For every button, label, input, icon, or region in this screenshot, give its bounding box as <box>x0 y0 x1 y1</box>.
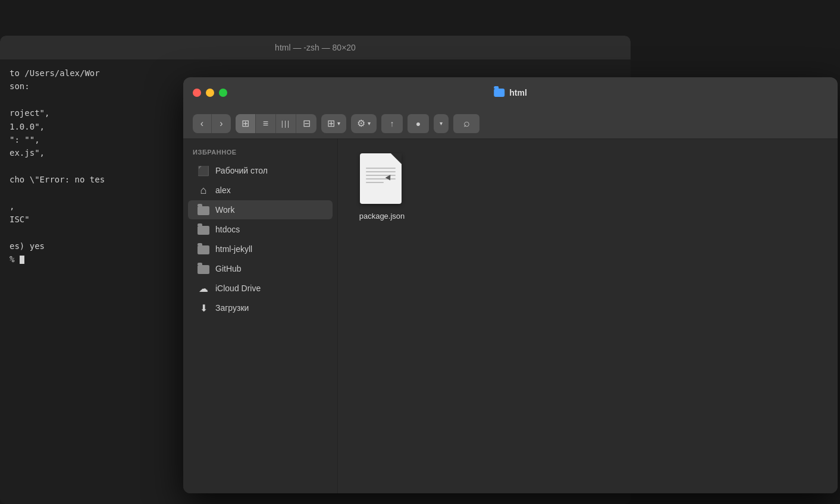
doc-line-2 <box>366 171 396 172</box>
html-jekyll-folder-icon <box>198 243 209 255</box>
sidebar-label-work: Work <box>215 205 323 215</box>
sidebar-label-html-jekyll: html-jekyll <box>215 244 323 254</box>
search-button[interactable]: ⌕ <box>453 114 479 133</box>
work-folder-icon <box>198 204 209 216</box>
finder-sidebar: Избранное ⬛ Рабочий стол ⌂ alex Work htd… <box>183 139 338 493</box>
sidebar-label-desktop: Рабочий стол <box>215 166 323 175</box>
traffic-lights <box>193 89 227 97</box>
sidebar-label-htdocs: htdocs <box>215 225 323 234</box>
finder-titlebar: html <box>183 77 838 108</box>
sidebar-item-downloads[interactable]: ⬇ Загрузки <box>188 298 333 317</box>
folder-title-icon <box>494 89 504 97</box>
gear-icon: ⚙ <box>357 118 365 129</box>
search-icon: ⌕ <box>463 117 470 130</box>
sidebar-label-github: GitHub <box>215 264 323 273</box>
maximize-button[interactable] <box>219 89 227 97</box>
gallery-view-button[interactable]: ⊟ <box>296 114 316 133</box>
finder-title: html <box>494 88 527 97</box>
chevron-left-icon: ‹ <box>200 118 203 129</box>
tag-icon: ● <box>416 119 421 128</box>
downloads-icon: ⬇ <box>198 302 209 314</box>
gear-button[interactable]: ⚙ ▾ <box>351 114 377 133</box>
finder-title-text: html <box>509 88 527 97</box>
gear-chevron-icon: ▾ <box>368 120 371 127</box>
sidebar-item-work[interactable]: Work <box>188 200 333 219</box>
sidebar-item-htdocs[interactable]: htdocs <box>188 220 333 239</box>
tag-button[interactable]: ● <box>408 114 429 133</box>
list-view-button[interactable]: ≡ <box>256 114 276 133</box>
file-icon <box>360 153 404 207</box>
sidebar-section-favorites: Избранное <box>183 149 337 160</box>
gear-group: ⚙ ▾ <box>351 114 377 133</box>
sidebar-item-icloud[interactable]: ☁ iCloud Drive <box>188 279 333 298</box>
filter-group: ▾ <box>434 114 449 133</box>
share-button[interactable]: ↑ <box>381 114 403 133</box>
terminal-titlebar: html — -zsh — 80×20 <box>0 36 631 59</box>
file-name-label: package.json <box>359 212 405 220</box>
home-icon: ⌂ <box>198 184 209 196</box>
forward-button[interactable]: › <box>212 114 231 133</box>
sidebar-item-alex[interactable]: ⌂ alex <box>188 181 333 200</box>
sort-icon: ⊞ <box>327 118 335 129</box>
finder-main: Избранное ⬛ Рабочий стол ⌂ alex Work htd… <box>183 139 838 493</box>
filter-chevron-icon: ▾ <box>440 120 443 127</box>
finder-files-area: package.json <box>338 139 838 493</box>
gallery-icon: ⊟ <box>303 118 311 129</box>
chevron-right-icon: › <box>220 118 222 129</box>
doc-line-5 <box>366 182 384 183</box>
share-icon: ↑ <box>390 119 394 128</box>
nav-buttons: ‹ › <box>193 114 231 133</box>
sidebar-item-desktop[interactable]: ⬛ Рабочий стол <box>188 161 333 180</box>
minimize-button[interactable] <box>206 89 214 97</box>
sidebar-label-alex: alex <box>215 185 323 195</box>
filter-button[interactable]: ▾ <box>434 114 449 133</box>
list-icon: ≡ <box>263 118 268 129</box>
document-icon <box>360 153 402 204</box>
column-view-button[interactable]: ||| <box>276 114 296 133</box>
sort-button[interactable]: ⊞ ▾ <box>321 114 346 133</box>
terminal-title: html — -zsh — 80×20 <box>275 43 356 52</box>
grid-icon: ⊞ <box>242 118 249 129</box>
sidebar-item-html-jekyll[interactable]: html-jekyll <box>188 240 333 259</box>
columns-icon: ||| <box>281 119 290 128</box>
icloud-icon: ☁ <box>198 282 209 294</box>
file-item-package-json[interactable]: package.json <box>352 153 412 220</box>
back-button[interactable]: ‹ <box>193 114 212 133</box>
sidebar-item-github[interactable]: GitHub <box>188 259 333 278</box>
finder-window: html ‹ › ⊞ ≡ ||| ⊟ <box>183 77 838 493</box>
sort-chevron-icon: ▾ <box>337 120 340 127</box>
close-button[interactable] <box>193 89 201 97</box>
htdocs-folder-icon <box>198 223 209 235</box>
sidebar-label-icloud: iCloud Drive <box>215 284 323 293</box>
icon-view-button[interactable]: ⊞ <box>236 114 256 133</box>
finder-toolbar: ‹ › ⊞ ≡ ||| ⊟ ⊞ ▾ <box>183 108 838 139</box>
sort-group: ⊞ ▾ <box>321 114 346 133</box>
desktop-icon: ⬛ <box>198 165 209 177</box>
github-folder-icon <box>198 263 209 275</box>
view-buttons: ⊞ ≡ ||| ⊟ <box>236 114 316 133</box>
doc-line-1 <box>366 168 396 169</box>
sidebar-label-downloads: Загрузки <box>215 303 323 313</box>
